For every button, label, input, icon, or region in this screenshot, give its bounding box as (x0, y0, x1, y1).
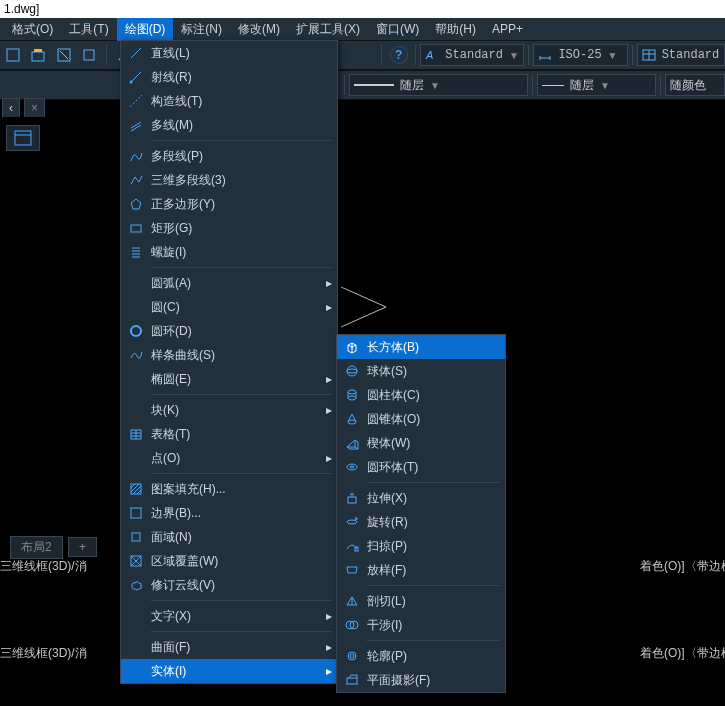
menu-window[interactable]: 窗口(W) (368, 18, 427, 41)
draw-menu-item[interactable]: 面域(N) (121, 525, 337, 549)
solid-menu-item[interactable]: 扫掠(P) (337, 534, 505, 558)
svg-rect-12 (131, 484, 141, 494)
text-style-selector[interactable]: A Standard ▼ (420, 44, 524, 66)
menu-label: 矩形(G) (151, 220, 321, 237)
solid-menu-item[interactable]: 圆锥体(O) (337, 407, 505, 431)
draw-menu-item[interactable]: 多线(M) (121, 113, 337, 137)
draw-menu-item[interactable]: 点(O)▸ (121, 446, 337, 470)
draw-menu-item[interactable]: 文字(X)▸ (121, 604, 337, 628)
text-style-icon: A (425, 48, 439, 62)
color-selector[interactable]: 随颜色 (665, 74, 725, 96)
separator (528, 45, 529, 65)
solid-menu-item[interactable]: 放样(F) (337, 558, 505, 582)
menu-help[interactable]: 帮助(H) (427, 18, 484, 41)
dim-style-selector[interactable]: ISO-25 ▼ (533, 44, 627, 66)
window-title: 1.dwg] (0, 0, 725, 18)
draw-menu-item[interactable]: 矩形(G) (121, 216, 337, 240)
menu-label: 图案填充(H)... (151, 481, 321, 498)
svg-rect-9 (131, 225, 141, 232)
draw-menu-item[interactable]: 直线(L) (121, 41, 337, 65)
menu-format[interactable]: 格式(O) (4, 18, 61, 41)
menu-label: 区域覆盖(W) (151, 553, 321, 570)
layout-tab[interactable]: 布局2 (10, 536, 63, 559)
menu-label: 旋转(R) (367, 514, 505, 531)
separator (106, 45, 107, 65)
submenu-arrow-icon: ▸ (321, 640, 337, 654)
draw-menu-item[interactable]: 边界(B)... (121, 501, 337, 525)
help-icon[interactable]: ? (388, 44, 410, 66)
chevron-down-icon: ▼ (509, 50, 519, 61)
solid-menu-item[interactable]: 干涉(I) (337, 613, 505, 637)
solid-menu-item[interactable]: 旋转(R) (337, 510, 505, 534)
draw-menu-item[interactable]: 表格(T) (121, 422, 337, 446)
sphere-icon (337, 364, 367, 378)
draw-menu-item[interactable]: 螺旋(I) (121, 240, 337, 264)
linetype-selector[interactable]: 随层 ▼ (349, 74, 528, 96)
draw-menu-item[interactable]: 圆环(D) (121, 319, 337, 343)
menu-modify[interactable]: 修改(M) (230, 18, 288, 41)
menu-label: 面域(N) (151, 529, 321, 546)
solid-menu-item[interactable]: 轮廓(P) (337, 644, 505, 668)
chevron-down-icon: ▼ (600, 80, 610, 91)
draw-menu-item[interactable]: 图案填充(H)... (121, 477, 337, 501)
solid-menu-item[interactable]: 拉伸(X) (337, 486, 505, 510)
solid-menu-item[interactable]: 楔体(W) (337, 431, 505, 455)
draw-menu-item[interactable]: 实体(I)▸ (121, 659, 337, 683)
document-icon[interactable] (6, 125, 40, 151)
solid-menu-item[interactable]: 圆环体(T) (337, 455, 505, 479)
solid-menu-item[interactable]: 圆柱体(C) (337, 383, 505, 407)
draw-menu-item[interactable]: 椭圆(E)▸ (121, 367, 337, 391)
menu-draw[interactable]: 绘图(D) (117, 18, 174, 41)
status-line-2: 三维线框(3D)/消 (0, 645, 87, 662)
menu-extend[interactable]: 扩展工具(X) (288, 18, 368, 41)
draw-menu-item[interactable]: 三维多段线(3) (121, 168, 337, 192)
menu-label: 圆环(D) (151, 323, 321, 340)
menu-label: 螺旋(I) (151, 244, 321, 261)
table-style-icon (642, 48, 656, 62)
svg-point-20 (348, 420, 356, 424)
tool-btn-2[interactable] (28, 44, 50, 66)
draw-menu-item[interactable]: 块(K)▸ (121, 398, 337, 422)
draw-menu-item[interactable]: 修订云线(V) (121, 573, 337, 597)
tab-nav-left[interactable]: ‹ (2, 98, 20, 117)
boundary-icon (121, 506, 151, 520)
menu-app[interactable]: APP+ (484, 19, 531, 39)
menu-tools[interactable]: 工具(T) (61, 18, 116, 41)
submenu-arrow-icon: ▸ (321, 664, 337, 678)
layout-add[interactable]: + (68, 537, 97, 557)
draw-menu-item[interactable]: 多段线(P) (121, 144, 337, 168)
solid-menu-item[interactable]: 剖切(L) (337, 589, 505, 613)
svg-point-17 (347, 369, 357, 373)
solid-menu-item[interactable]: 平面摄影(F) (337, 668, 505, 692)
solid-menu-item[interactable]: 球体(S) (337, 359, 505, 383)
separator (632, 45, 633, 65)
svg-rect-30 (347, 678, 357, 684)
solid-menu-item[interactable]: 长方体(B) (337, 335, 505, 359)
menu-label: 圆(C) (151, 299, 321, 316)
tab-close[interactable]: × (24, 98, 45, 117)
tool-btn-3[interactable] (53, 44, 75, 66)
linetype-icon (354, 84, 394, 86)
box-icon (337, 340, 367, 354)
tool-btn-4[interactable] (79, 44, 101, 66)
menu-label: 拉伸(X) (367, 490, 505, 507)
menu-label: 圆弧(A) (151, 275, 321, 292)
wipeout-icon (121, 554, 151, 568)
draw-menu-item[interactable]: 构造线(T) (121, 89, 337, 113)
draw-menu-item[interactable]: 样条曲线(S) (121, 343, 337, 367)
toolbar-row-1: ? A Standard ▼ ISO-25 ▼ Standard (0, 40, 725, 70)
menu-dimension[interactable]: 标注(N) (173, 18, 230, 41)
table-style-selector[interactable]: Standard (637, 44, 725, 66)
submenu-arrow-icon: ▸ (321, 276, 337, 290)
tool-btn-1[interactable] (2, 44, 24, 66)
draw-menu-item[interactable]: 圆(C)▸ (121, 295, 337, 319)
draw-menu-item[interactable]: 区域覆盖(W) (121, 549, 337, 573)
lineweight-selector[interactable]: 随层 ▼ (537, 74, 656, 96)
draw-menu-item[interactable]: 射线(R) (121, 65, 337, 89)
draw-menu-item[interactable]: 圆弧(A)▸ (121, 271, 337, 295)
draw-menu-item[interactable]: 曲面(F)▸ (121, 635, 337, 659)
status-line-1: 三维线框(3D)/消 (0, 558, 87, 575)
xline-icon (121, 94, 151, 108)
draw-menu-item[interactable]: 正多边形(Y) (121, 192, 337, 216)
separator (344, 75, 345, 95)
